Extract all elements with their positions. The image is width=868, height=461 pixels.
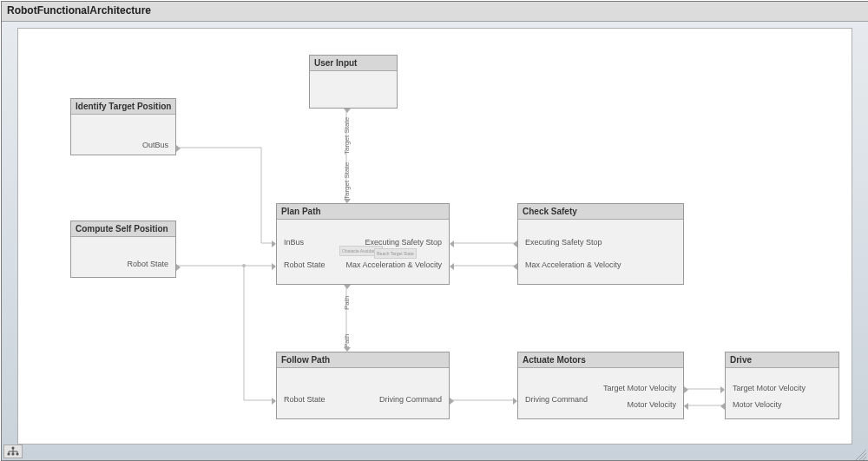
wire-label-target-state: Target State — [343, 162, 351, 200]
port-arrow-icon — [344, 347, 351, 352]
wire-label-target-state: Target State — [343, 117, 351, 155]
block-title: Check Safety — [518, 204, 683, 220]
svg-point-0 — [242, 264, 246, 267]
port-max-av: Max Acceleration & Velocity — [525, 260, 621, 269]
port-exec-stop: Executing Safety Stop — [525, 238, 602, 247]
port-arrow-icon — [344, 285, 351, 289]
block-identify-target-position[interactable]: Identify Target Position OutBus — [70, 98, 176, 155]
port-arrow-icon — [450, 398, 454, 405]
port-arrow-icon — [513, 263, 517, 270]
port-robot-state: Robot State — [127, 260, 168, 268]
block-actuate-motors[interactable]: Actuate Motors Driving Command Target Mo… — [517, 352, 684, 419]
port-outbus: OutBus — [142, 141, 168, 149]
port-arrow-icon — [272, 240, 276, 247]
port-inbus: InBus — [284, 238, 304, 247]
frame-title: RobotFunctionalArchitecture — [2, 2, 868, 22]
block-title: Identify Target Position — [71, 99, 175, 115]
port-arrow-icon — [272, 263, 276, 270]
port-robot-state: Robot State — [284, 395, 326, 404]
block-title: Compute Self Position — [71, 221, 175, 237]
resize-grip-icon — [852, 448, 866, 458]
block-user-input[interactable]: User Input — [309, 55, 398, 109]
block-title: Plan Path — [277, 204, 449, 220]
port-motor-velocity: Motor Velocity — [733, 400, 782, 409]
port-arrow-icon — [272, 398, 276, 405]
port-arrow-icon — [513, 240, 517, 247]
port-arrow-icon — [450, 240, 454, 247]
svg-line-7 — [863, 457, 866, 460]
port-arrow-icon — [450, 263, 454, 270]
wire-label-path: Path — [343, 296, 351, 310]
port-arrow-icon — [176, 264, 181, 271]
internal-chip: Reach Target State — [374, 248, 417, 259]
port-target-motor-velocity: Target Motor Velocity — [603, 384, 676, 392]
block-compute-self-position[interactable]: Compute Self Position Robot State — [70, 221, 176, 278]
port-robot-state: Robot State — [284, 260, 326, 269]
port-arrow-icon — [684, 403, 688, 410]
port-motor-velocity: Motor Velocity — [627, 400, 676, 409]
port-drive-cmd: Driving Command — [379, 395, 442, 404]
port-max-av: Max Acceleration & Velocity — [345, 260, 442, 269]
port-arrow-icon — [344, 199, 351, 203]
block-title: User Input — [310, 56, 397, 71]
port-arrow-icon — [344, 109, 351, 113]
diagram-frame: RobotFunctionalArchitecture — [1, 1, 868, 461]
block-plan-path[interactable]: Plan Path InBus Robot State Executing Sa… — [276, 203, 450, 285]
diagram-canvas[interactable]: Identify Target Position OutBus Compute … — [17, 28, 852, 445]
port-arrow-icon — [720, 386, 725, 393]
port-drive-cmd: Driving Command — [525, 395, 588, 404]
model-browser-icon[interactable] — [3, 445, 23, 458]
port-arrow-icon — [176, 145, 181, 152]
port-arrow-icon — [720, 403, 725, 410]
block-drive[interactable]: Drive Target Motor Velocity Motor Veloci… — [725, 352, 839, 419]
block-title: Follow Path — [277, 352, 449, 368]
port-target-motor-velocity: Target Motor Velocity — [733, 384, 806, 392]
block-follow-path[interactable]: Follow Path Robot State Driving Command — [276, 352, 450, 419]
block-check-safety[interactable]: Check Safety Executing Safety Stop Max A… — [517, 203, 684, 285]
wire-label-path: Path — [343, 334, 351, 348]
block-title: Drive — [726, 352, 838, 368]
svg-line-6 — [859, 453, 866, 460]
port-arrow-icon — [684, 386, 688, 393]
block-title: Actuate Motors — [518, 352, 683, 368]
port-arrow-icon — [513, 398, 517, 405]
